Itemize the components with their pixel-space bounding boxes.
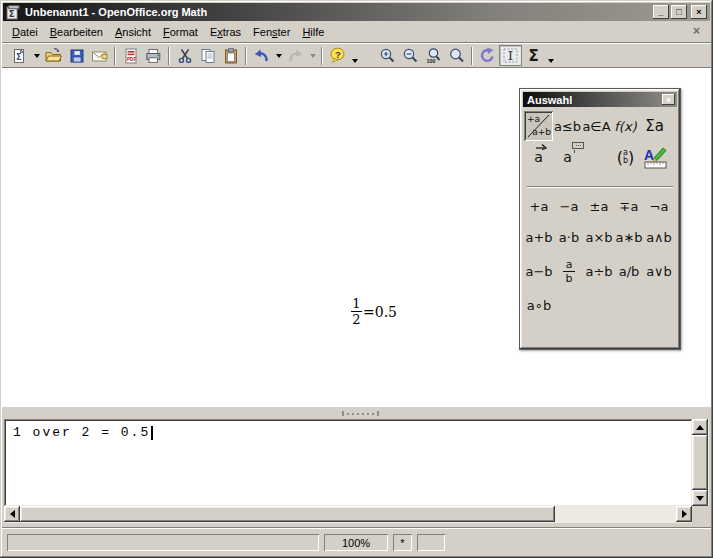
minimize-button[interactable]: _ [653,5,669,19]
palette-separator [527,186,673,188]
new-formula-button[interactable]: Σ [8,45,31,66]
category-brackets[interactable]: ( a b ) [611,142,640,172]
symbol-grid: +a−a±a∓a¬aa+ba·ba×ba∗ba∧ba−baba÷ba/ba∨ba… [524,191,676,321]
zoom-all-button[interactable] [445,45,468,66]
toolbar-overflow-button[interactable] [545,45,558,66]
functions-icon: f(x) [614,119,636,134]
symbol-button[interactable]: a×b [584,222,614,253]
zoom-in-button[interactable] [376,45,399,66]
horizontal-scrollbar[interactable] [4,506,692,523]
view-command-splitter[interactable] [2,407,711,419]
scroll-up-button[interactable] [692,419,708,435]
symbol-button[interactable]: a·b [554,222,584,253]
menu-datei[interactable]: Datei [6,24,44,40]
symbol-button[interactable]: ab [554,253,584,290]
toolbar-separator [245,47,247,65]
symbol-button[interactable]: a∧b [644,222,674,253]
menu-bearbeiten[interactable]: Bearbeiten [44,24,109,40]
menu-fenster[interactable]: Fenster [247,24,296,40]
formula-cursor-button[interactable] [499,45,522,66]
formula-rhs: =0.5 [363,304,397,320]
symbol-button[interactable]: ¬a [644,191,674,222]
symbol-button[interactable]: −a [554,191,584,222]
menu-ansicht[interactable]: Ansicht [109,24,157,40]
symbol-row: a∘b [524,290,676,321]
relations-icon: a≤b [554,119,581,134]
symbol-button[interactable]: ±a [584,191,614,222]
symbol-button[interactable]: a∨b [644,253,674,290]
new-dropdown-button[interactable] [31,45,42,66]
arrow-right-icon [682,510,687,518]
category-misc-others[interactable]: a [553,142,582,172]
zoom-all-icon [448,47,465,64]
close-button[interactable]: × [691,5,707,19]
save-button[interactable] [65,45,88,66]
selection-palette-titlebar[interactable]: Auswahl × [523,92,677,107]
rendered-formula: 1 2 =0.5 [351,297,397,326]
redo-dropdown-button[interactable] [307,45,318,66]
app-icon: Σ [6,5,21,20]
document-close-icon[interactable]: × [693,24,700,38]
splitter-grip-icon[interactable] [342,411,379,416]
category-relations[interactable]: a≤b [553,111,582,141]
symbol-button[interactable]: a/b [614,253,644,290]
open-button[interactable] [42,45,65,66]
refresh-button[interactable] [476,45,499,66]
symbol-button[interactable]: a∘b [524,290,554,321]
scroll-right-button[interactable] [676,506,692,522]
category-functions[interactable]: f(x) [611,111,640,141]
status-modified-flag: * [393,534,412,551]
category-unary-binary-operators[interactable]: +a a+b [524,111,553,141]
toolbar-overflow-button[interactable] [349,45,362,66]
category-attributes[interactable]: a [524,142,553,172]
menu-bar: DateiBearbeitenAnsichtFormatExtrasFenste… [3,22,710,42]
copy-button[interactable] [196,45,219,66]
zoom-in-icon [379,47,396,64]
symbol-button[interactable]: a∗b [614,222,644,253]
paste-button[interactable] [219,45,242,66]
help-button[interactable]: ? [326,45,349,66]
status-bar: 100% * [3,531,710,555]
print-button[interactable] [142,45,165,66]
printer-icon [145,48,162,64]
zoom-100-button[interactable]: 100 [422,45,445,66]
command-text: 1 over 2 = 0.5 [13,425,150,440]
svg-text:100: 100 [427,58,436,64]
vertical-scrollbar-thumb[interactable] [692,435,708,490]
maximize-button[interactable]: □ [671,5,687,19]
category-operators[interactable]: Σa [640,111,669,141]
help-icon: ? [329,47,346,64]
svg-text:?: ? [335,49,341,60]
cut-button[interactable] [173,45,196,66]
menu-extras[interactable]: Extras [204,24,247,40]
category-formats[interactable]: A [640,142,669,172]
zoom-out-button[interactable] [399,45,422,66]
vertical-scrollbar[interactable] [692,419,709,506]
category-set-operations[interactable]: a∈A [582,111,611,141]
undo-dropdown-button[interactable] [273,45,284,66]
vector-a-icon: a [534,149,543,165]
symbol-button[interactable]: a+b [524,222,554,253]
scroll-left-button[interactable] [4,506,20,522]
fraction-numerator: 1 [352,297,360,310]
symbol-row: a+ba·ba×ba∗ba∧b [524,222,676,253]
symbol-button[interactable]: ∓a [614,191,644,222]
menu-format[interactable]: Format [157,24,204,40]
title-bar[interactable]: Σ Unbenannt1 - OpenOffice.org Math _ □ × [3,3,710,21]
undo-button[interactable] [250,45,273,66]
scroll-down-button[interactable] [692,490,708,506]
command-input[interactable]: 1 over 2 = 0.5 [4,419,692,506]
redo-button[interactable] [284,45,307,66]
horizontal-scrollbar-thumb[interactable] [20,506,555,522]
symbols-catalog-button[interactable]: Σ [522,45,545,66]
symbol-button[interactable]: a÷b [584,253,614,290]
menu-hilfe[interactable]: Hilfe [296,24,330,40]
export-pdf-icon: PDF [123,48,139,64]
symbol-button[interactable]: a−b [524,253,554,290]
email-envelope-icon [91,48,108,64]
status-zoom-field[interactable]: 100% [324,534,388,551]
symbol-button[interactable]: +a [524,191,554,222]
send-email-button[interactable] [88,45,111,66]
export-pdf-button[interactable]: PDF [119,45,142,66]
selection-palette-close-button[interactable]: × [662,94,675,105]
